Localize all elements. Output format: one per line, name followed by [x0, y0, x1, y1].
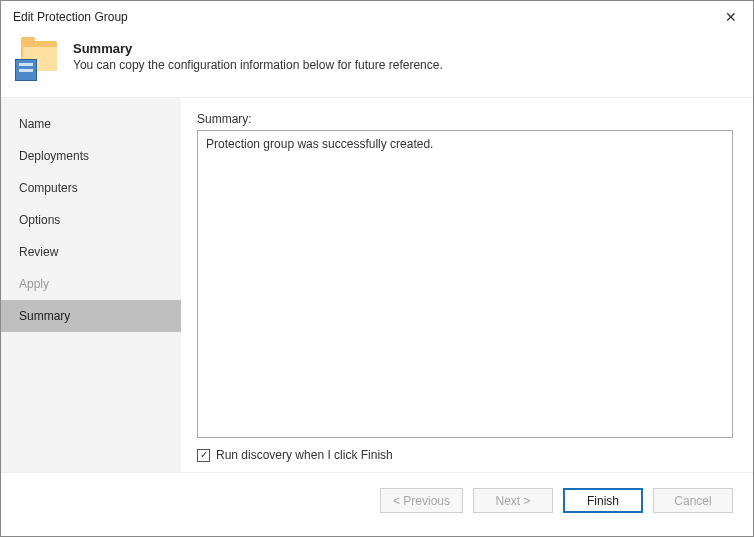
header-text: Summary You can copy the configuration i…	[73, 39, 443, 72]
titlebar: Edit Protection Group ✕	[1, 1, 753, 33]
sidebar-item-apply: Apply	[1, 268, 181, 300]
summary-text: Protection group was successfully create…	[206, 137, 433, 151]
summary-label: Summary:	[197, 112, 733, 126]
sidebar-item-computers[interactable]: Computers	[1, 172, 181, 204]
wizard-header: Summary You can copy the configuration i…	[1, 33, 753, 97]
main-panel: Summary: Protection group was successful…	[181, 98, 753, 472]
previous-button: < Previous	[380, 488, 463, 513]
wizard-footer: < Previous Next > Finish Cancel	[1, 472, 753, 528]
window-title: Edit Protection Group	[13, 10, 128, 24]
sidebar-item-name[interactable]: Name	[1, 108, 181, 140]
close-icon: ✕	[725, 9, 737, 25]
header-subtitle: You can copy the configuration informati…	[73, 58, 443, 72]
run-discovery-label: Run discovery when I click Finish	[216, 448, 393, 462]
close-button[interactable]: ✕	[708, 1, 753, 33]
summary-textbox[interactable]: Protection group was successfully create…	[197, 130, 733, 438]
run-discovery-checkbox[interactable]: ✓	[197, 449, 210, 462]
sidebar-item-options[interactable]: Options	[1, 204, 181, 236]
cancel-button: Cancel	[653, 488, 733, 513]
protection-group-icon	[15, 39, 59, 79]
run-discovery-row: ✓ Run discovery when I click Finish	[197, 448, 733, 462]
checkmark-icon: ✓	[200, 450, 208, 460]
wizard-steps-sidebar: Name Deployments Computers Options Revie…	[1, 98, 181, 472]
wizard-body: Name Deployments Computers Options Revie…	[1, 97, 753, 472]
sidebar-item-deployments[interactable]: Deployments	[1, 140, 181, 172]
sidebar-item-review[interactable]: Review	[1, 236, 181, 268]
sidebar-item-summary[interactable]: Summary	[1, 300, 181, 332]
finish-button[interactable]: Finish	[563, 488, 643, 513]
header-title: Summary	[73, 41, 443, 56]
next-button: Next >	[473, 488, 553, 513]
